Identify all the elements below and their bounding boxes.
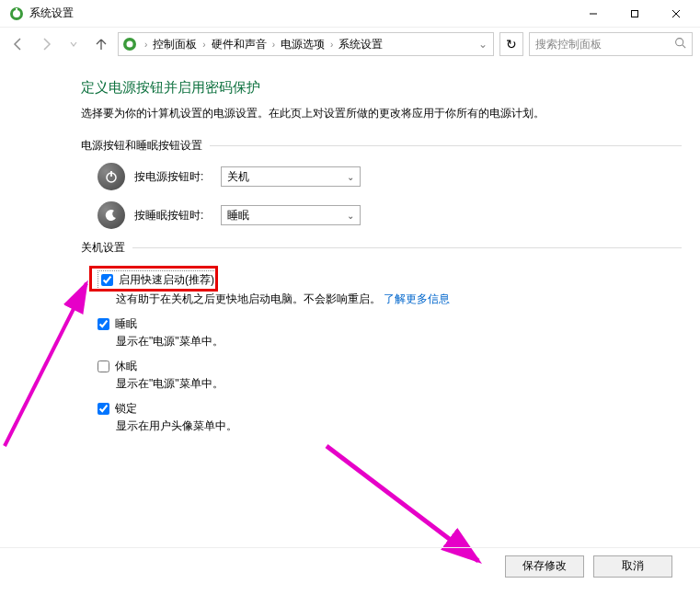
bottom-bar: 保存修改 取消 (0, 547, 700, 584)
breadcrumb-item[interactable]: 电源选项 (281, 37, 325, 52)
sleep-button-dropdown[interactable]: 睡眠 ⌄ (221, 205, 361, 225)
chevron-down-icon: ⌄ (347, 172, 354, 182)
app-icon (9, 6, 24, 21)
section-power-buttons: 电源按钮和睡眠按钮设置 (81, 138, 682, 154)
search-input[interactable]: 搜索控制面板 (529, 32, 693, 56)
breadcrumb-item[interactable]: 硬件和声音 (212, 37, 267, 52)
page-subtext: 选择要为你的计算机设置的电源设置。在此页上对设置所做的更改将应用于你所有的电源计… (81, 106, 682, 121)
svg-rect-4 (631, 10, 637, 17)
search-placeholder: 搜索控制面板 (535, 37, 602, 52)
svg-point-9 (676, 39, 683, 46)
chevron-right-icon: › (330, 40, 333, 50)
checkbox-lock[interactable]: 锁定 (98, 401, 682, 417)
cancel-button[interactable]: 取消 (593, 555, 672, 578)
power-button-label: 按电源按钮时: (134, 169, 221, 185)
sleep-desc: 显示在"电源"菜单中。 (116, 334, 682, 349)
chevron-right-icon: › (202, 40, 205, 50)
breadcrumb-item[interactable]: 系统设置 (339, 37, 383, 52)
sleep-button-row: 按睡眠按钮时: 睡眠 ⌄ (98, 201, 682, 229)
breadcrumb[interactable]: › 控制面板 › 硬件和声音 › 电源选项 › 系统设置 ⌄ (118, 32, 494, 56)
checkbox-sleep-input[interactable] (98, 318, 109, 330)
content-area: 定义电源按钮并启用密码保护 选择要为你的计算机设置的电源设置。在此页上对设置所做… (0, 61, 700, 434)
sleep-icon (98, 201, 125, 229)
sleep-button-label: 按睡眠按钮时: (134, 208, 221, 223)
svg-rect-2 (16, 8, 17, 13)
hibernate-desc: 显示在"电源"菜单中。 (116, 376, 682, 392)
title-bar: 系统设置 (0, 0, 700, 28)
chevron-right-icon: › (144, 40, 147, 50)
recent-dropdown-icon[interactable] (63, 33, 85, 55)
chevron-down-icon[interactable]: ⌄ (478, 38, 488, 51)
chevron-right-icon: › (272, 40, 275, 50)
svg-line-10 (683, 45, 685, 48)
refresh-button[interactable]: ↻ (499, 32, 523, 56)
lock-desc: 显示在用户头像菜单中。 (116, 418, 682, 434)
checkbox-sleep[interactable]: 睡眠 (98, 316, 682, 332)
page-title: 定义电源按钮并启用密码保护 (81, 79, 682, 97)
checkbox-hibernate-input[interactable] (98, 360, 109, 372)
save-button[interactable]: 保存修改 (505, 555, 584, 578)
fast-startup-desc: 这有助于在关机之后更快地启动电脑。不会影响重启。 了解更多信息 (116, 292, 682, 307)
power-button-row: 按电源按钮时: 关机 ⌄ (98, 163, 682, 190)
checkbox-lock-input[interactable] (98, 403, 109, 415)
minimize-button[interactable] (572, 1, 614, 27)
maximize-button[interactable] (614, 1, 655, 27)
checkbox-fast-startup[interactable]: 启用快速启动(推荐) (98, 270, 218, 290)
checkbox-hibernate[interactable]: 休眠 (98, 359, 682, 374)
breadcrumb-item[interactable]: 控制面板 (153, 37, 197, 52)
forward-button[interactable] (35, 33, 57, 55)
learn-more-link[interactable]: 了解更多信息 (384, 292, 450, 305)
power-icon (98, 163, 125, 190)
window-title: 系统设置 (29, 6, 74, 21)
power-button-dropdown[interactable]: 关机 ⌄ (221, 166, 361, 187)
up-button[interactable] (90, 33, 112, 55)
section-shutdown: 关机设置 (81, 240, 682, 256)
chevron-down-icon: ⌄ (347, 211, 354, 221)
nav-bar: › 控制面板 › 硬件和声音 › 电源选项 › 系统设置 ⌄ ↻ 搜索控制面板 (0, 28, 700, 61)
back-button[interactable] (7, 33, 29, 55)
svg-point-8 (127, 41, 133, 48)
breadcrumb-icon (122, 37, 137, 51)
search-icon (674, 37, 686, 51)
svg-line-14 (327, 446, 478, 561)
close-button[interactable] (655, 1, 696, 27)
checkbox-fast-startup-input[interactable] (101, 274, 113, 286)
